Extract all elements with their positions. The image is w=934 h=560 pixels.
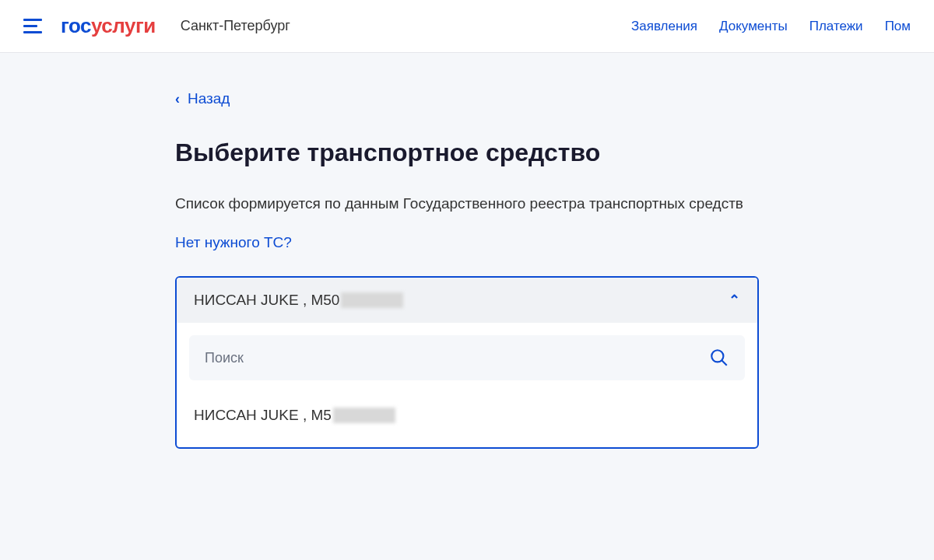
logo-part-1: гос: [61, 14, 91, 37]
nav-help[interactable]: Пом: [885, 19, 911, 34]
back-label: Назад: [188, 90, 230, 107]
vehicle-dropdown: НИССАН JUKE , M50 ⌃ НИССАН JUKE , M5: [175, 276, 759, 449]
chevron-up-icon: ⌃: [729, 292, 740, 309]
city-label[interactable]: Санкт-Петербург: [181, 18, 290, 34]
nav-documents[interactable]: Документы: [719, 19, 788, 34]
search-box: [189, 335, 745, 380]
svg-line-1: [722, 361, 727, 366]
svg-point-0: [711, 351, 723, 362]
logo[interactable]: госуслуги: [61, 14, 156, 38]
redacted-suffix: [333, 408, 395, 423]
dropdown-option[interactable]: НИССАН JUKE , M5: [189, 396, 745, 435]
nav-right: Заявления Документы Платежи Пом: [631, 19, 911, 34]
search-icon[interactable]: [709, 348, 729, 368]
nav-payments[interactable]: Платежи: [809, 19, 863, 34]
help-link[interactable]: Нет нужного ТС?: [175, 234, 292, 251]
selected-value: НИССАН JUKE , M50: [194, 292, 403, 309]
back-link[interactable]: ‹ Назад: [175, 90, 230, 107]
redacted-suffix: [341, 292, 403, 308]
menu-icon[interactable]: [23, 19, 42, 33]
header: госуслуги Санкт-Петербург Заявления Доку…: [0, 0, 934, 53]
page-title: Выберите транспортное средство: [175, 138, 759, 167]
logo-part-2: услуги: [91, 14, 156, 37]
search-input[interactable]: [205, 350, 709, 366]
nav-applications[interactable]: Заявления: [631, 19, 697, 34]
chevron-left-icon: ‹: [175, 91, 180, 107]
description: Список формируется по данным Государстве…: [175, 192, 759, 215]
dropdown-selected[interactable]: НИССАН JUKE , M50 ⌃: [177, 278, 757, 323]
dropdown-body: НИССАН JUKE , M5: [177, 323, 757, 447]
content: ‹ Назад Выберите транспортное средство С…: [160, 53, 774, 486]
